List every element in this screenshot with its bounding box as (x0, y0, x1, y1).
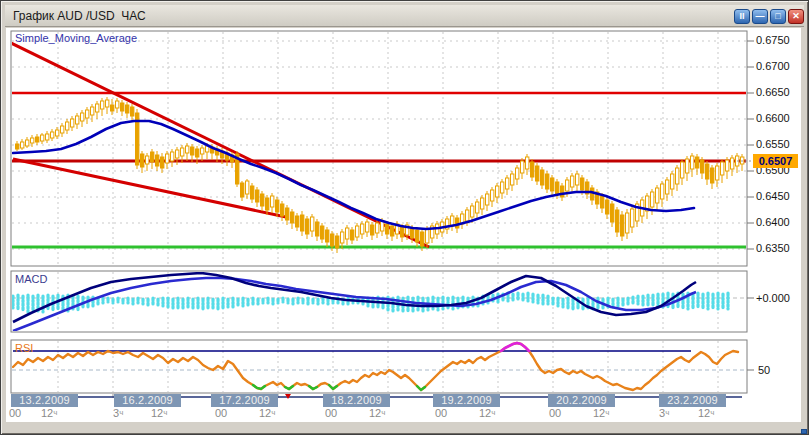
time-label: 12ч (41, 407, 57, 419)
time-label: 00 (9, 407, 21, 419)
time-label: 12ч (259, 407, 275, 419)
date-badge: 19.2.2009 (433, 394, 500, 407)
window-title: График AUD /USD ЧАС (13, 9, 146, 23)
pause-button[interactable]: II (734, 9, 750, 24)
close-icon: ✕ (792, 11, 800, 21)
maximize-icon: □ (775, 11, 780, 21)
date-badge: 16.2.2009 (114, 394, 181, 407)
time-label: 3ч (659, 407, 669, 419)
time-label: 00 (435, 407, 447, 419)
pause-icon: II (739, 11, 744, 21)
close-button[interactable]: ✕ (788, 9, 804, 24)
minimize-icon: — (756, 11, 765, 21)
date-badge: 23.2.2009 (659, 394, 726, 407)
maximize-button[interactable]: □ (770, 9, 786, 24)
time-label: 12ч (369, 407, 385, 419)
chart-window: График AUD /USD ЧАС II — □ ✕ Simple_Movi… (0, 0, 809, 435)
time-label: 3ч (113, 407, 123, 419)
time-label: 00 (549, 407, 561, 419)
date-badge: 17.2.2009 (211, 394, 278, 407)
date-badge: 13.2.2009 (11, 394, 78, 407)
date-badge: 20.2.2009 (548, 394, 615, 407)
time-label: 12ч (698, 407, 714, 419)
resize-grip[interactable] (801, 429, 807, 434)
time-label: 12ч (479, 407, 495, 419)
minimize-button[interactable]: — (752, 9, 768, 24)
titlebar[interactable]: График AUD /USD ЧАС II — □ ✕ (5, 5, 804, 27)
chart-client-area (6, 28, 801, 422)
time-label: 00 (325, 407, 337, 419)
current-price-badge: 0.6507 (753, 154, 798, 168)
date-badge: 18.2.2009 (323, 394, 390, 407)
time-label: 00 (215, 407, 227, 419)
time-label: 12ч (151, 407, 167, 419)
time-label: 12ч (593, 407, 609, 419)
